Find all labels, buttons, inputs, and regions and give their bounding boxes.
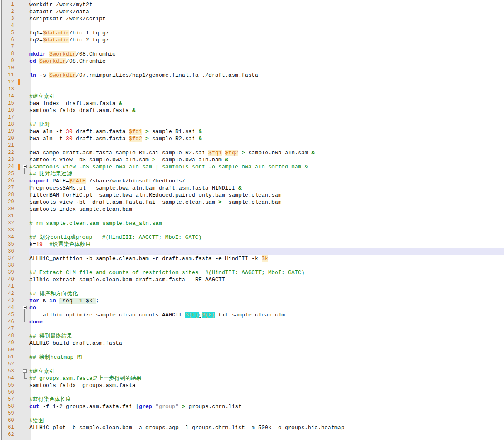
code-token: > — [145, 136, 149, 142]
code-line[interactable]: 53#建立索引 — [0, 368, 504, 375]
code-line[interactable]: 8mkdir $workdir/08.Chromhic — [0, 51, 504, 58]
code-line[interactable]: 44do — [0, 304, 504, 311]
code-text — [29, 248, 504, 255]
code-line[interactable]: 56 — [0, 389, 504, 396]
code-text: mkdir $workdir/08.Chromhic — [29, 51, 504, 58]
code-line[interactable]: 50 — [0, 347, 504, 354]
code-line[interactable]: 38 — [0, 262, 504, 269]
code-line[interactable]: 59 — [0, 410, 504, 417]
code-token: ## groups.asm.fasta是上一步得到的结果 — [29, 375, 142, 382]
fold-margin — [21, 156, 29, 163]
code-line[interactable]: 26export PATH=$PATH:/share/work/biosoft/… — [0, 177, 504, 185]
code-line[interactable]: 11ln -s $workdir/07.rmimpurities/hap1/ge… — [0, 72, 504, 79]
code-line[interactable]: 28filterBAM_forHiC.pl sample.bwa_aln.REd… — [0, 192, 504, 199]
code-token: K — [39, 298, 49, 304]
code-line[interactable]: 46done — [0, 318, 504, 326]
code-line[interactable]: 40allhic extract sample.clean.bam draft.… — [0, 276, 504, 283]
code-line[interactable]: 4 — [0, 22, 504, 29]
code-line[interactable]: 6fq2=$datadir/hic_2.fq.gz — [0, 36, 504, 44]
code-token — [152, 404, 155, 410]
code-text — [29, 44, 504, 51]
code-line[interactable]: 24#samtools view -bS sample.bwa_aln.sam … — [0, 163, 504, 170]
code-line[interactable]: 9cd $workdir/08.Chromhic — [0, 58, 504, 65]
code-line[interactable]: 52 — [0, 361, 504, 368]
code-line[interactable]: 27PreprocessSAMs.pl sample.bwa_aln.bam d… — [0, 185, 504, 192]
code-line[interactable]: 42## 排序和方向优化 — [0, 290, 504, 297]
code-line[interactable]: 54## groups.asm.fasta是上一步得到的结果 — [0, 375, 504, 382]
code-line[interactable]: 32# rm sample.clean.sam sample.bwa_aln.s… — [0, 220, 504, 227]
code-line[interactable]: 33 — [0, 227, 504, 234]
code-line[interactable]: 13 — [0, 86, 504, 93]
code-text — [29, 410, 504, 417]
code-line[interactable]: 20bwa aln -t 30 draft.asm.fasta $fq2 > s… — [0, 135, 504, 142]
code-line[interactable]: 48## 得到最终结果 — [0, 333, 504, 340]
fold-start-icon[interactable] — [21, 304, 29, 311]
code-line[interactable]: 30samtools index sample.clean.bam — [0, 206, 504, 213]
code-line[interactable]: 34## 划分contig成group #(HindIII: AAGCTT; M… — [0, 234, 504, 241]
fold-start-icon[interactable] — [21, 368, 29, 375]
code-line[interactable]: 22bwa sampe draft.asm.fasta sample_R1.sa… — [0, 149, 504, 156]
code-line[interactable]: 3scriptsdir=/work/script — [0, 15, 504, 22]
code-line[interactable]: 5fq1=$datadir/hic_1.fq.gz — [0, 29, 504, 36]
code-token: groups.chrn.list — [185, 404, 242, 410]
fold-margin — [21, 93, 29, 100]
fold-margin — [21, 326, 29, 333]
code-line[interactable]: 19bwa aln -t 30 draft.asm.fasta $fq1 > s… — [0, 128, 504, 135]
code-line[interactable]: 14#建立索引 — [0, 93, 504, 100]
fold-start-icon[interactable] — [21, 163, 29, 170]
code-line[interactable]: 45 allhic optimize sample.clean.counts_A… — [0, 311, 504, 318]
code-line[interactable]: 57#获得染色体长度 — [0, 396, 504, 403]
code-line[interactable]: 31 — [0, 213, 504, 220]
code-line[interactable]: 2datadir=/work/data — [0, 8, 504, 15]
code-line[interactable]: 29samtools view -bt draft.asm.fasta.fai … — [0, 199, 504, 206]
code-line[interactable]: 1workdir=/work/myt2t — [0, 1, 504, 8]
code-token: $datadir — [43, 37, 69, 43]
collapse-minus-icon[interactable] — [23, 306, 27, 309]
code-line[interactable]: 43for K in `seq 1 $k`; — [0, 297, 504, 304]
code-line[interactable]: 62 — [0, 431, 504, 438]
code-line[interactable]: 17 — [0, 114, 504, 121]
code-text: ## 绘制heatmap 图 — [29, 354, 504, 361]
code-line[interactable]: 37ALLHiC_partition -b sample.clean.bam -… — [0, 255, 504, 262]
code-token: ## 比对结果过滤 — [29, 171, 72, 177]
code-line[interactable]: 16samtools faidx draft.asm.fasta & — [0, 107, 504, 114]
code-line[interactable]: 58cut -f 1-2 groups.asm.fasta.fai |grep … — [0, 403, 504, 410]
code-token: ALLHiC_plot -b sample.clean.bam -a group… — [29, 425, 344, 431]
code-line[interactable]: 7 — [0, 44, 504, 51]
code-line[interactable]: 18## 比对 — [0, 121, 504, 128]
line-number: 18 — [0, 121, 17, 128]
code-token: scriptsdir=/work/script — [29, 16, 106, 22]
fold-margin — [21, 333, 29, 340]
code-line[interactable]: 47 — [0, 326, 504, 333]
code-line[interactable]: 51## 绘制heatmap 图 — [0, 354, 504, 361]
code-line[interactable]: 15bwa index draft.asm.fasta & — [0, 100, 504, 107]
code-text: cut -f 1-2 groups.asm.fasta.fai |grep "g… — [29, 403, 504, 410]
code-line[interactable]: 35k=19 #设置染色体数目 — [0, 241, 504, 248]
code-token: /07.rmimpurities/hap1/genome.final.fa ./… — [76, 72, 258, 78]
code-line[interactable]: 23samtools view -bS sample.bwa_aln.sam >… — [0, 156, 504, 163]
collapse-minus-icon[interactable] — [23, 165, 27, 168]
code-text: ## groups.asm.fasta是上一步得到的结果 — [29, 375, 504, 382]
code-line[interactable]: 21 — [0, 142, 504, 149]
line-number: 8 — [0, 51, 17, 58]
code-line[interactable]: 49ALLHiC_build draft.asm.fasta — [0, 340, 504, 347]
code-line[interactable]: 41 — [0, 283, 504, 290]
fold-margin — [21, 276, 29, 283]
code-line[interactable]: 55samtools faidx groups.asm.fasta — [0, 382, 504, 389]
code-line[interactable]: 36 — [0, 248, 504, 255]
code-token: do — [29, 305, 36, 311]
code-line[interactable]: 60#绘图 — [0, 417, 504, 424]
code-line[interactable]: 25## 比对结果过滤 — [0, 170, 504, 177]
code-token: datadir=/work/data — [29, 9, 89, 15]
code-line[interactable]: 12 — [0, 79, 504, 86]
code-line[interactable]: 61ALLHiC_plot -b sample.clean.bam -a gro… — [0, 424, 504, 431]
code-line[interactable]: 10 — [0, 65, 504, 72]
marker-margin — [17, 114, 21, 121]
code-line[interactable]: 39## Extract CLM file and counts of rest… — [0, 269, 504, 276]
code-text — [29, 79, 504, 86]
marker-margin — [17, 410, 21, 417]
fold-margin — [21, 431, 29, 438]
code-text: ALLHiC_plot -b sample.clean.bam -a group… — [29, 424, 504, 431]
line-number: 39 — [0, 269, 17, 276]
collapse-minus-icon[interactable] — [23, 369, 27, 373]
